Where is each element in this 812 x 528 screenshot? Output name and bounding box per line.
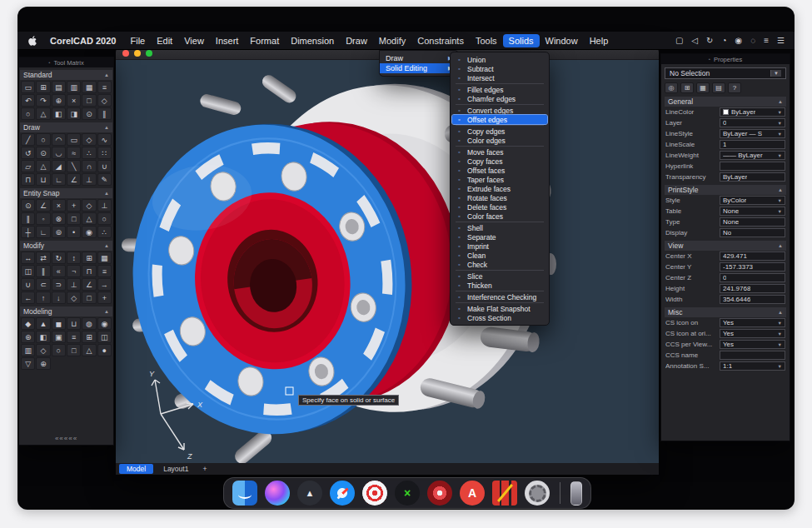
tool-icon-entity-snap-12[interactable]: ○ xyxy=(97,212,112,225)
prop-value-table[interactable]: None▼ xyxy=(720,207,785,216)
tool-icon-draw-11[interactable]: ∴ xyxy=(82,147,96,159)
tool-icon-draw-13[interactable]: ▱ xyxy=(21,160,35,172)
launchpad-icon[interactable]: ▲ xyxy=(297,481,322,506)
tool-icon-standard-4[interactable]: ▥ xyxy=(67,81,81,93)
menu-help[interactable]: Help xyxy=(584,34,615,47)
tool-icon-modeling-10[interactable]: ≡ xyxy=(67,331,81,343)
tool-icon-modify-11[interactable]: ⊓ xyxy=(82,265,96,277)
pick-points-icon[interactable]: ◎ xyxy=(665,82,678,93)
tool-icon-draw-2[interactable]: ○ xyxy=(36,133,50,146)
user-icon[interactable]: ◉ xyxy=(735,36,743,45)
collapse-arrow-icon[interactable]: ▲ xyxy=(104,309,109,314)
tool-icon-modify-1[interactable]: ↔ xyxy=(21,252,35,264)
tool-icon-modeling-14[interactable]: ◇ xyxy=(36,344,50,356)
tool-icon-entity-snap-14[interactable]: ∟ xyxy=(36,226,50,238)
tool-icon-entity-snap-1[interactable]: ⊙ xyxy=(21,199,35,212)
add-layout-button[interactable]: + xyxy=(198,465,211,473)
tool-icon-modify-15[interactable]: ⊃ xyxy=(52,278,66,291)
control-center-icon[interactable]: ≡ xyxy=(764,36,769,45)
tool-icon-standard-7[interactable]: ↶ xyxy=(21,94,35,107)
tool-icon-modify-3[interactable]: ↻ xyxy=(52,252,66,264)
tool-icon-standard-12[interactable]: ◇ xyxy=(97,94,112,107)
tool-icon-draw-12[interactable]: ∷ xyxy=(97,147,112,159)
tool-icon-standard-14[interactable]: △ xyxy=(36,107,50,120)
prop-value-center-y[interactable]: -157.3373 xyxy=(720,262,785,271)
submenu-item-move-faces[interactable]: ▫Move faces xyxy=(451,147,549,157)
prop-value-cs-icon-at-ori[interactable]: Yes▼ xyxy=(720,329,785,338)
tool-icon-modify-5[interactable]: ⊞ xyxy=(82,252,96,264)
tool-icon-draw-6[interactable]: ∿ xyxy=(97,133,112,146)
collapse-arrow-icon[interactable]: ▲ xyxy=(104,191,109,196)
tool-icon-modify-8[interactable]: ∥ xyxy=(36,265,50,277)
tool-icon-modify-18[interactable]: → xyxy=(97,278,112,291)
tool-icon-modeling-8[interactable]: ◧ xyxy=(36,331,50,343)
tool-icon-modeling-7[interactable]: ⊛ xyxy=(21,331,35,343)
section-header-entity-snap[interactable]: Entity Snap▲ xyxy=(20,188,112,198)
trash-icon[interactable] xyxy=(570,481,582,506)
tool-icon-modeling-17[interactable]: △ xyxy=(82,344,96,356)
tool-icon-entity-snap-5[interactable]: ◇ xyxy=(82,199,96,212)
prop-value-lineweight[interactable]: —— ByLayer▼ xyxy=(720,151,785,160)
menu-modify[interactable]: Modify xyxy=(373,34,411,47)
menu-view[interactable]: View xyxy=(178,34,210,47)
categorized-view-icon[interactable]: ▦ xyxy=(696,82,710,93)
tool-icon-entity-snap-8[interactable]: ◦ xyxy=(36,212,50,225)
tool-icon-entity-snap-17[interactable]: ◉ xyxy=(82,226,96,238)
tool-icon-modeling-12[interactable]: ◫ xyxy=(97,331,112,343)
tool-icon-modify-16[interactable]: ⊥ xyxy=(67,278,81,291)
tool-icon-modify-14[interactable]: ⊂ xyxy=(36,278,50,291)
alphabetic-view-icon[interactable]: ▤ xyxy=(712,82,725,93)
tool-icon-standard-16[interactable]: ◨ xyxy=(67,107,81,120)
tool-icon-modify-7[interactable]: ◫ xyxy=(21,265,35,277)
tool-icon-standard-18[interactable]: ∥ xyxy=(97,107,112,120)
submenu-item-extrude-faces[interactable]: ▫Extrude faces xyxy=(451,184,549,193)
tool-icon-draw-17[interactable]: ∩ xyxy=(82,160,96,172)
minimize-button[interactable] xyxy=(134,50,141,57)
prop-value-layer[interactable]: 0▼ xyxy=(720,118,785,127)
tool-matrix-titlebar[interactable]: • Tool Matrix xyxy=(19,57,113,67)
tool-icon-modify-24[interactable]: + xyxy=(97,291,112,304)
tool-icon-entity-snap-16[interactable]: • xyxy=(67,226,81,238)
collapse-arrow-icon[interactable]: ▲ xyxy=(104,72,109,77)
menu-file[interactable]: File xyxy=(124,34,151,47)
prop-value-type[interactable]: None xyxy=(720,217,785,227)
tool-icon-modify-13[interactable]: ∪ xyxy=(21,278,35,291)
tool-icon-modify-19[interactable]: ← xyxy=(21,291,35,304)
time-machine-icon[interactable]: ↻ xyxy=(706,36,713,45)
tool-icon-standard-9[interactable]: ⊕ xyxy=(52,94,66,107)
submenu-item-imprint[interactable]: ▫Imprint xyxy=(451,242,549,251)
prop-value-center-x[interactable]: 429.471 xyxy=(720,252,785,261)
section-header-modeling[interactable]: Modeling▲ xyxy=(20,306,112,316)
menu-format[interactable]: Format xyxy=(244,34,285,47)
tool-icon-standard-10[interactable]: × xyxy=(67,94,81,107)
submenu-item-intersect[interactable]: ▫Intersect xyxy=(451,73,549,82)
collapse-arrow-icon[interactable]: ▲ xyxy=(778,99,783,104)
tool-icon-draw-24[interactable]: ✎ xyxy=(97,173,112,186)
zoom-button[interactable] xyxy=(146,50,152,57)
menu-solids[interactable]: Solids xyxy=(503,34,540,47)
tool-icon-modify-6[interactable]: ▦ xyxy=(97,252,112,264)
submenu-item-union[interactable]: ▫Union xyxy=(451,55,549,64)
green-x-app-icon[interactable]: × xyxy=(395,481,420,506)
tool-icon-modify-22[interactable]: ◇ xyxy=(67,291,81,304)
submenu-item-copy-edges[interactable]: ▫Copy edges xyxy=(451,127,549,136)
tool-icon-draw-14[interactable]: △ xyxy=(36,160,50,172)
safari-icon[interactable] xyxy=(330,481,355,506)
tool-icon-modeling-5[interactable]: ◍ xyxy=(82,317,96,330)
tool-icon-entity-snap-3[interactable]: × xyxy=(52,199,66,212)
tool-icon-modeling-15[interactable]: ○ xyxy=(52,344,66,356)
tool-icon-draw-21[interactable]: ∟ xyxy=(52,173,66,186)
apple-menu-icon[interactable] xyxy=(27,34,38,47)
tool-icon-draw-18[interactable]: ∪ xyxy=(97,160,112,172)
section-header-draw[interactable]: Draw▲ xyxy=(20,122,112,132)
menu-draw[interactable]: Draw xyxy=(340,34,373,47)
clock-icon[interactable]: ◔ xyxy=(721,36,726,45)
tool-icon-modify-2[interactable]: ⇄ xyxy=(36,252,50,264)
tool-icon-draw-7[interactable]: ↺ xyxy=(21,147,35,159)
close-button[interactable] xyxy=(122,50,129,57)
tool-icon-draw-16[interactable]: ╲ xyxy=(67,160,81,172)
prop-value-annotation-s[interactable]: 1:1▼ xyxy=(720,361,785,371)
tool-icon-draw-20[interactable]: ⊔ xyxy=(36,173,50,186)
search-icon[interactable]: ◌ xyxy=(750,36,755,45)
prop-value-style[interactable]: ByColor▼ xyxy=(720,196,785,205)
